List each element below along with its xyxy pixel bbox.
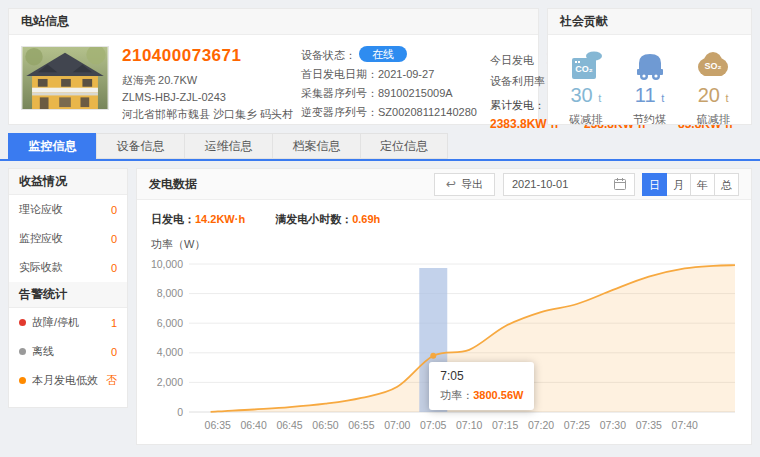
y-tick-label: 8,000 (157, 287, 183, 299)
theoretical-receivable-row: 理论应收 0 (9, 195, 127, 224)
actual-received-row: 实际收款 0 (9, 253, 127, 282)
y-tick-label: 4,000 (157, 346, 183, 358)
export-icon: ↩ (446, 177, 456, 191)
tab-archive-info[interactable]: 档案信息 (272, 133, 360, 159)
station-info-panel: 电站信息 210400073671 赵海亮 (8, 8, 539, 125)
export-button[interactable]: ↩ 导出 (434, 173, 495, 196)
generation-data-panel: 发电数据 ↩ 导出 2021-10-01 日 月 年 总 (136, 168, 752, 445)
so2-label: 硫减排 (681, 112, 745, 127)
calendar-icon (614, 178, 626, 190)
fault-dot (19, 319, 26, 326)
low-efficiency-dot (19, 377, 26, 384)
date-picker[interactable]: 2021-10-01 (503, 173, 635, 196)
x-tick-label: 06:35 (205, 419, 231, 431)
svg-text:SO₂: SO₂ (705, 61, 722, 71)
generation-area-chart[interactable]: 02,0004,0006,0008,00010,00006:3506:4006:… (145, 252, 745, 444)
tab-operation-info[interactable]: 运维信息 (184, 133, 272, 159)
station-photo (21, 46, 109, 110)
y-tick-label: 10,000 (151, 258, 183, 270)
co2-reduction-item: CO₂ 30 t 碳减排 (554, 47, 618, 127)
range-total-button[interactable]: 总 (714, 173, 739, 196)
x-tick-label: 07:05 (420, 419, 446, 431)
chart-area[interactable]: 02,0004,0006,0008,00010,00006:3506:4006:… (145, 252, 751, 448)
x-tick-label: 06:55 (348, 419, 374, 431)
x-tick-label: 07:20 (528, 419, 554, 431)
monitored-receivable-row: 监控应收 0 (9, 224, 127, 253)
coal-label: 节约煤 (618, 112, 682, 127)
day-generation-stat: 日发电：14.2KW·h (151, 212, 245, 227)
x-tick-label: 07:00 (384, 419, 410, 431)
tooltip-power-row: 功率：3800.56W (440, 388, 523, 403)
low-efficiency-row: 本月发电低效 否 (9, 366, 127, 395)
tabbar-underline (0, 159, 760, 161)
alarm-section-title: 告警统计 (9, 282, 127, 308)
x-tick-label: 07:15 (492, 419, 518, 431)
offline-dot (19, 348, 26, 355)
x-tick-label: 07:30 (600, 419, 626, 431)
y-axis-title: 功率（W） (151, 237, 751, 252)
y-tick-label: 2,000 (157, 376, 183, 388)
tab-device-info[interactable]: 设备信息 (96, 133, 184, 159)
station-address: 河北省邯郸市魏县 沙口集乡 码头村 (122, 106, 288, 123)
x-tick-label: 07:25 (564, 419, 590, 431)
so2-reduction-item: SO₂ 20 t 硫减排 (681, 47, 745, 127)
full-hours-stat: 满发电小时数：0.69h (275, 212, 380, 227)
station-owner: 赵海亮 20.7KW (122, 72, 288, 89)
y-tick-label: 6,000 (157, 317, 183, 329)
so2-reduction-icon: SO₂ (681, 47, 745, 81)
station-model-code: ZLMS-HBJ-ZJL-0243 (122, 89, 288, 106)
x-tick-label: 06:50 (312, 419, 338, 431)
range-month-button[interactable]: 月 (666, 173, 691, 196)
station-id: 210400073671 (122, 46, 288, 66)
x-tick-label: 07:10 (456, 419, 482, 431)
chart-tooltip: 7:05 功率：3800.56W (429, 362, 534, 410)
range-day-button[interactable]: 日 (642, 173, 667, 196)
revenue-alarm-sidebar: 收益情况 理论应收 0 监控应收 0 实际收款 0 告警统计 故障/停机 1 离… (8, 168, 128, 408)
chart-panel-title: 发电数据 (149, 176, 197, 193)
so2-value: 20 t (681, 84, 745, 107)
revenue-section-title: 收益情况 (9, 169, 127, 195)
date-value: 2021-10-01 (512, 178, 614, 190)
tab-location-info[interactable]: 定位信息 (360, 133, 448, 159)
inverter-serial-row: 逆变器序列号：SZ00208112140280 (301, 103, 477, 122)
svg-text:CO₂: CO₂ (575, 64, 593, 74)
status-badge: 在线 (359, 46, 407, 62)
co2-value: 30 t (554, 84, 618, 107)
device-status-row: 设备状态： 在线 (301, 46, 477, 65)
first-generation-date-row: 首日发电日期：2021-09-27 (301, 65, 477, 84)
x-tick-label: 07:35 (636, 419, 662, 431)
tab-monitoring-info[interactable]: 监控信息 (8, 133, 96, 159)
range-year-button[interactable]: 年 (690, 173, 715, 196)
y-tick-label: 0 (177, 406, 183, 418)
coal-saved-icon (618, 47, 682, 81)
offline-row: 离线 0 (9, 337, 127, 366)
coal-value: 11 t (618, 84, 682, 107)
co2-label: 碳减排 (554, 112, 618, 127)
tooltip-time: 7:05 (440, 369, 523, 383)
x-tick-label: 06:40 (241, 419, 267, 431)
fault-shutdown-row: 故障/停机 1 (9, 308, 127, 337)
social-panel-title: 社会贡献 (548, 9, 751, 35)
x-tick-label: 06:45 (276, 419, 302, 431)
x-tick-label: 07:40 (672, 419, 698, 431)
co2-reduction-icon: CO₂ (554, 47, 618, 81)
main-tabbar: 监控信息 设备信息 运维信息 档案信息 定位信息 (8, 133, 448, 159)
social-contribution-panel: 社会贡献 CO₂ 30 t 碳减排 (547, 8, 752, 125)
station-panel-title: 电站信息 (9, 9, 538, 35)
collector-serial-row: 采集器序列号：89100215009A (301, 84, 477, 103)
highlight-point[interactable] (430, 353, 436, 359)
coal-saved-item: 11 t 节约煤 (618, 47, 682, 127)
range-selector: 日 月 年 总 (643, 173, 739, 196)
